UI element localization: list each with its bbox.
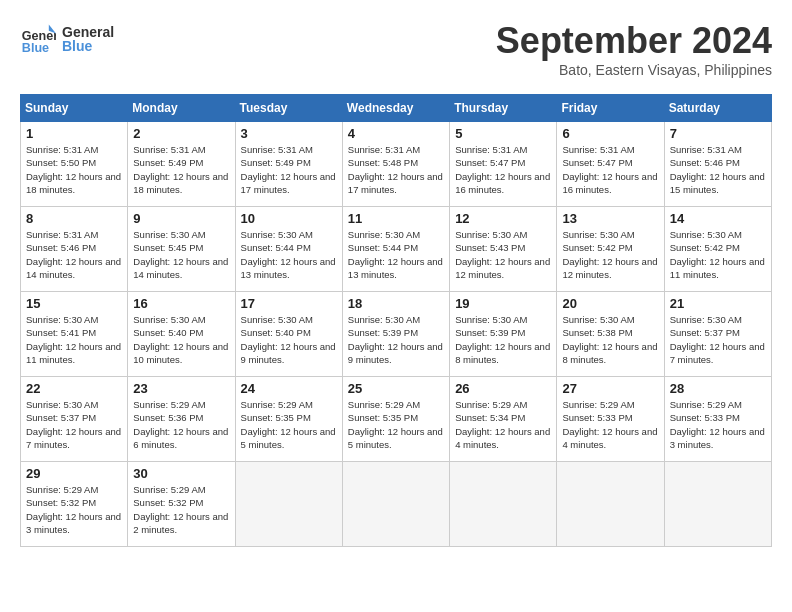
day-info: Sunrise: 5:30 AM Sunset: 5:44 PM Dayligh… xyxy=(241,228,337,281)
calendar-header-row: Sunday Monday Tuesday Wednesday Thursday… xyxy=(21,95,772,122)
table-row: 29Sunrise: 5:29 AM Sunset: 5:32 PM Dayli… xyxy=(21,462,128,547)
table-row xyxy=(342,462,449,547)
day-number: 12 xyxy=(455,211,551,226)
day-number: 7 xyxy=(670,126,766,141)
day-info: Sunrise: 5:29 AM Sunset: 5:35 PM Dayligh… xyxy=(241,398,337,451)
logo-icon: General Blue xyxy=(20,20,56,56)
table-row: 25Sunrise: 5:29 AM Sunset: 5:35 PM Dayli… xyxy=(342,377,449,462)
day-info: Sunrise: 5:31 AM Sunset: 5:49 PM Dayligh… xyxy=(133,143,229,196)
day-number: 2 xyxy=(133,126,229,141)
table-row: 24Sunrise: 5:29 AM Sunset: 5:35 PM Dayli… xyxy=(235,377,342,462)
day-info: Sunrise: 5:29 AM Sunset: 5:36 PM Dayligh… xyxy=(133,398,229,451)
table-row: 6Sunrise: 5:31 AM Sunset: 5:47 PM Daylig… xyxy=(557,122,664,207)
header-sunday: Sunday xyxy=(21,95,128,122)
logo: General Blue General Blue xyxy=(20,20,114,56)
location: Bato, Eastern Visayas, Philippines xyxy=(496,62,772,78)
table-row: 20Sunrise: 5:30 AM Sunset: 5:38 PM Dayli… xyxy=(557,292,664,377)
week-row-3: 15Sunrise: 5:30 AM Sunset: 5:41 PM Dayli… xyxy=(21,292,772,377)
table-row: 21Sunrise: 5:30 AM Sunset: 5:37 PM Dayli… xyxy=(664,292,771,377)
day-number: 27 xyxy=(562,381,658,396)
day-number: 18 xyxy=(348,296,444,311)
day-info: Sunrise: 5:30 AM Sunset: 5:38 PM Dayligh… xyxy=(562,313,658,366)
week-row-2: 8Sunrise: 5:31 AM Sunset: 5:46 PM Daylig… xyxy=(21,207,772,292)
day-number: 28 xyxy=(670,381,766,396)
day-number: 10 xyxy=(241,211,337,226)
day-info: Sunrise: 5:29 AM Sunset: 5:32 PM Dayligh… xyxy=(26,483,122,536)
day-number: 19 xyxy=(455,296,551,311)
week-row-5: 29Sunrise: 5:29 AM Sunset: 5:32 PM Dayli… xyxy=(21,462,772,547)
svg-text:Blue: Blue xyxy=(22,41,49,55)
table-row: 10Sunrise: 5:30 AM Sunset: 5:44 PM Dayli… xyxy=(235,207,342,292)
day-number: 25 xyxy=(348,381,444,396)
table-row: 2Sunrise: 5:31 AM Sunset: 5:49 PM Daylig… xyxy=(128,122,235,207)
calendar: Sunday Monday Tuesday Wednesday Thursday… xyxy=(20,94,772,547)
table-row: 4Sunrise: 5:31 AM Sunset: 5:48 PM Daylig… xyxy=(342,122,449,207)
table-row: 12Sunrise: 5:30 AM Sunset: 5:43 PM Dayli… xyxy=(450,207,557,292)
day-number: 15 xyxy=(26,296,122,311)
table-row xyxy=(557,462,664,547)
table-row: 15Sunrise: 5:30 AM Sunset: 5:41 PM Dayli… xyxy=(21,292,128,377)
day-number: 23 xyxy=(133,381,229,396)
day-info: Sunrise: 5:30 AM Sunset: 5:44 PM Dayligh… xyxy=(348,228,444,281)
header-tuesday: Tuesday xyxy=(235,95,342,122)
table-row xyxy=(450,462,557,547)
day-number: 4 xyxy=(348,126,444,141)
day-number: 3 xyxy=(241,126,337,141)
day-info: Sunrise: 5:30 AM Sunset: 5:37 PM Dayligh… xyxy=(670,313,766,366)
table-row: 26Sunrise: 5:29 AM Sunset: 5:34 PM Dayli… xyxy=(450,377,557,462)
week-row-4: 22Sunrise: 5:30 AM Sunset: 5:37 PM Dayli… xyxy=(21,377,772,462)
day-number: 1 xyxy=(26,126,122,141)
day-info: Sunrise: 5:31 AM Sunset: 5:49 PM Dayligh… xyxy=(241,143,337,196)
day-info: Sunrise: 5:30 AM Sunset: 5:37 PM Dayligh… xyxy=(26,398,122,451)
month-title: September 2024 xyxy=(496,20,772,62)
day-info: Sunrise: 5:29 AM Sunset: 5:35 PM Dayligh… xyxy=(348,398,444,451)
table-row: 5Sunrise: 5:31 AM Sunset: 5:47 PM Daylig… xyxy=(450,122,557,207)
header-wednesday: Wednesday xyxy=(342,95,449,122)
day-info: Sunrise: 5:30 AM Sunset: 5:42 PM Dayligh… xyxy=(670,228,766,281)
day-number: 9 xyxy=(133,211,229,226)
table-row: 19Sunrise: 5:30 AM Sunset: 5:39 PM Dayli… xyxy=(450,292,557,377)
logo-line2: Blue xyxy=(62,38,114,54)
day-number: 22 xyxy=(26,381,122,396)
table-row: 28Sunrise: 5:29 AM Sunset: 5:33 PM Dayli… xyxy=(664,377,771,462)
day-info: Sunrise: 5:29 AM Sunset: 5:33 PM Dayligh… xyxy=(562,398,658,451)
table-row: 18Sunrise: 5:30 AM Sunset: 5:39 PM Dayli… xyxy=(342,292,449,377)
day-number: 20 xyxy=(562,296,658,311)
table-row: 11Sunrise: 5:30 AM Sunset: 5:44 PM Dayli… xyxy=(342,207,449,292)
table-row: 3Sunrise: 5:31 AM Sunset: 5:49 PM Daylig… xyxy=(235,122,342,207)
day-number: 8 xyxy=(26,211,122,226)
table-row: 17Sunrise: 5:30 AM Sunset: 5:40 PM Dayli… xyxy=(235,292,342,377)
page-header: General Blue General Blue September 2024… xyxy=(20,20,772,78)
table-row xyxy=(664,462,771,547)
day-number: 13 xyxy=(562,211,658,226)
table-row: 16Sunrise: 5:30 AM Sunset: 5:40 PM Dayli… xyxy=(128,292,235,377)
title-block: September 2024 Bato, Eastern Visayas, Ph… xyxy=(496,20,772,78)
day-info: Sunrise: 5:31 AM Sunset: 5:47 PM Dayligh… xyxy=(562,143,658,196)
day-number: 29 xyxy=(26,466,122,481)
table-row: 30Sunrise: 5:29 AM Sunset: 5:32 PM Dayli… xyxy=(128,462,235,547)
day-info: Sunrise: 5:30 AM Sunset: 5:45 PM Dayligh… xyxy=(133,228,229,281)
table-row: 23Sunrise: 5:29 AM Sunset: 5:36 PM Dayli… xyxy=(128,377,235,462)
day-number: 6 xyxy=(562,126,658,141)
table-row: 9Sunrise: 5:30 AM Sunset: 5:45 PM Daylig… xyxy=(128,207,235,292)
day-number: 11 xyxy=(348,211,444,226)
day-number: 5 xyxy=(455,126,551,141)
header-friday: Friday xyxy=(557,95,664,122)
table-row: 1Sunrise: 5:31 AM Sunset: 5:50 PM Daylig… xyxy=(21,122,128,207)
day-info: Sunrise: 5:29 AM Sunset: 5:33 PM Dayligh… xyxy=(670,398,766,451)
header-monday: Monday xyxy=(128,95,235,122)
day-info: Sunrise: 5:29 AM Sunset: 5:32 PM Dayligh… xyxy=(133,483,229,536)
day-info: Sunrise: 5:30 AM Sunset: 5:40 PM Dayligh… xyxy=(133,313,229,366)
day-number: 16 xyxy=(133,296,229,311)
day-info: Sunrise: 5:30 AM Sunset: 5:41 PM Dayligh… xyxy=(26,313,122,366)
header-saturday: Saturday xyxy=(664,95,771,122)
table-row: 7Sunrise: 5:31 AM Sunset: 5:46 PM Daylig… xyxy=(664,122,771,207)
day-number: 21 xyxy=(670,296,766,311)
day-number: 30 xyxy=(133,466,229,481)
table-row: 22Sunrise: 5:30 AM Sunset: 5:37 PM Dayli… xyxy=(21,377,128,462)
day-number: 17 xyxy=(241,296,337,311)
table-row: 8Sunrise: 5:31 AM Sunset: 5:46 PM Daylig… xyxy=(21,207,128,292)
day-number: 24 xyxy=(241,381,337,396)
day-info: Sunrise: 5:30 AM Sunset: 5:43 PM Dayligh… xyxy=(455,228,551,281)
week-row-1: 1Sunrise: 5:31 AM Sunset: 5:50 PM Daylig… xyxy=(21,122,772,207)
